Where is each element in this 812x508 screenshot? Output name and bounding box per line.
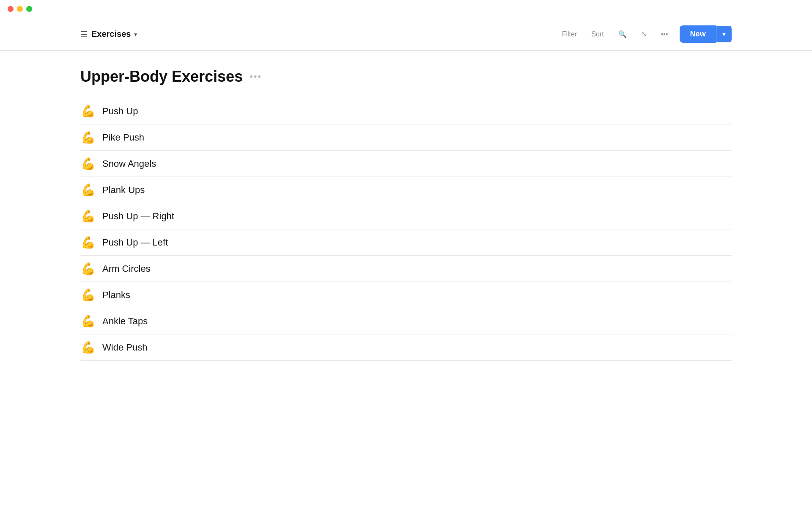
exercise-item[interactable]: 💪Push Up	[80, 98, 732, 124]
more-options-button[interactable]: •••	[658, 29, 671, 40]
exercise-list: 💪Push Up💪Pike Push💪Snow Angels💪Plank Ups…	[80, 98, 732, 361]
exercise-name: Snow Angels	[102, 158, 156, 169]
exercise-icon: 💪	[80, 262, 96, 276]
exercise-name: Push Up	[102, 106, 138, 117]
list-icon: ☰	[80, 29, 88, 39]
resize-button[interactable]: ⤡	[639, 28, 649, 40]
traffic-light-green[interactable]	[26, 6, 32, 12]
traffic-light-red[interactable]	[8, 6, 14, 12]
exercise-name: Push Up — Left	[102, 237, 168, 248]
exercise-item[interactable]: 💪Wide Push	[80, 334, 732, 361]
traffic-light-yellow[interactable]	[17, 6, 23, 12]
toolbar-left: ☰ Exercises ▾	[80, 29, 137, 39]
sort-button[interactable]: Sort	[589, 29, 606, 40]
exercise-item[interactable]: 💪Arm Circles	[80, 256, 732, 282]
new-button-chevron[interactable]: ▾	[716, 26, 732, 42]
exercise-icon: 💪	[80, 183, 96, 197]
exercise-icon: 💪	[80, 104, 96, 118]
exercise-icon: 💪	[80, 157, 96, 171]
exercise-name: Wide Push	[102, 342, 147, 353]
title-bar	[0, 0, 812, 18]
exercise-icon: 💪	[80, 235, 96, 249]
exercise-item[interactable]: 💪Push Up — Right	[80, 203, 732, 229]
main-content: Upper-Body Exercises ••• 💪Push Up💪Pike P…	[0, 51, 812, 378]
exercise-name: Plank Ups	[102, 185, 145, 196]
exercise-icon: 💪	[80, 130, 96, 144]
page-title-row: Upper-Body Exercises •••	[80, 68, 732, 86]
exercise-item[interactable]: 💪Snow Angels	[80, 151, 732, 177]
toolbar-title-chevron[interactable]: ▾	[134, 31, 137, 38]
search-button[interactable]: 🔍	[616, 28, 629, 40]
toolbar: ☰ Exercises ▾ Filter Sort 🔍 ⤡ ••• New ▾	[0, 18, 812, 51]
exercise-item[interactable]: 💪Pike Push	[80, 124, 732, 151]
exercise-item[interactable]: 💪Planks	[80, 282, 732, 308]
exercise-icon: 💪	[80, 314, 96, 328]
exercise-name: Planks	[102, 290, 130, 301]
new-button[interactable]: New	[680, 25, 716, 43]
exercise-name: Pike Push	[102, 132, 144, 143]
exercise-item[interactable]: 💪Push Up — Left	[80, 229, 732, 256]
toolbar-title: Exercises	[91, 29, 131, 39]
exercise-name: Ankle Taps	[102, 316, 148, 327]
filter-button[interactable]: Filter	[560, 29, 580, 40]
exercise-icon: 💪	[80, 209, 96, 223]
exercise-icon: 💪	[80, 340, 96, 354]
exercise-name: Push Up — Right	[102, 211, 174, 222]
page-more-options[interactable]: •••	[250, 71, 262, 82]
exercise-item[interactable]: 💪Plank Ups	[80, 177, 732, 203]
page-title: Upper-Body Exercises	[80, 68, 243, 86]
exercise-item[interactable]: 💪Ankle Taps	[80, 308, 732, 334]
exercise-icon: 💪	[80, 288, 96, 302]
toolbar-right: Filter Sort 🔍 ⤡ ••• New ▾	[560, 25, 732, 43]
exercise-name: Arm Circles	[102, 263, 151, 274]
new-button-wrapper: New ▾	[680, 25, 732, 43]
